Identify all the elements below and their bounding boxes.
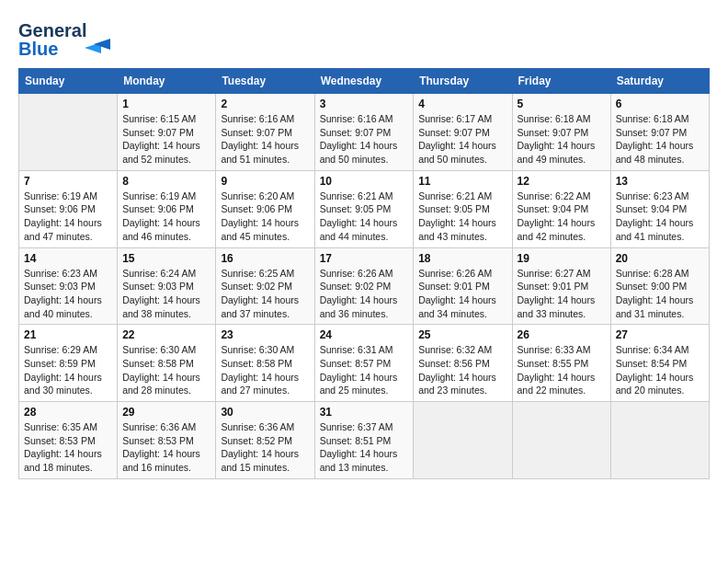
calendar-cell: 4Sunrise: 6:17 AM Sunset: 9:07 PM Daylig… (414, 94, 512, 171)
day-info: Sunrise: 6:23 AM Sunset: 9:04 PM Dayligh… (616, 190, 704, 244)
week-row-3: 14Sunrise: 6:23 AM Sunset: 9:03 PM Dayli… (19, 247, 710, 325)
day-number: 2 (221, 98, 309, 110)
calendar-cell: 16Sunrise: 6:25 AM Sunset: 9:02 PM Dayli… (216, 247, 314, 325)
calendar-cell: 11Sunrise: 6:21 AM Sunset: 9:05 PM Dayli… (414, 170, 512, 247)
day-number: 18 (418, 252, 506, 265)
calendar-cell: 14Sunrise: 6:23 AM Sunset: 9:03 PM Dayli… (19, 247, 118, 325)
weekday-header-row: SundayMondayTuesdayWednesdayThursdayFrid… (19, 69, 710, 94)
weekday-saturday: Saturday (610, 69, 709, 94)
calendar-cell: 13Sunrise: 6:23 AM Sunset: 9:04 PM Dayli… (610, 170, 709, 247)
day-number: 6 (616, 98, 704, 110)
day-number: 14 (24, 252, 112, 265)
calendar-cell: 18Sunrise: 6:26 AM Sunset: 9:01 PM Dayli… (414, 247, 512, 325)
day-info: Sunrise: 6:23 AM Sunset: 9:03 PM Dayligh… (24, 267, 112, 321)
weekday-friday: Friday (512, 69, 610, 94)
day-info: Sunrise: 6:22 AM Sunset: 9:04 PM Dayligh… (518, 190, 606, 244)
calendar-cell: 6Sunrise: 6:18 AM Sunset: 9:07 PM Daylig… (610, 94, 709, 171)
day-number: 28 (24, 406, 112, 419)
logo: General Blue (18, 15, 119, 61)
day-number: 26 (518, 328, 606, 341)
calendar-cell: 7Sunrise: 6:19 AM Sunset: 9:06 PM Daylig… (19, 170, 118, 247)
day-number: 23 (221, 328, 309, 341)
calendar-cell: 5Sunrise: 6:18 AM Sunset: 9:07 PM Daylig… (512, 94, 610, 171)
day-number: 1 (122, 98, 210, 110)
week-row-4: 21Sunrise: 6:29 AM Sunset: 8:59 PM Dayli… (19, 325, 710, 402)
day-number: 12 (518, 175, 606, 188)
day-info: Sunrise: 6:17 AM Sunset: 9:07 PM Dayligh… (418, 112, 506, 167)
calendar-cell: 2Sunrise: 6:16 AM Sunset: 9:07 PM Daylig… (216, 94, 314, 171)
day-info: Sunrise: 6:16 AM Sunset: 9:07 PM Dayligh… (221, 112, 309, 167)
day-info: Sunrise: 6:31 AM Sunset: 8:57 PM Dayligh… (320, 343, 409, 397)
calendar-cell: 9Sunrise: 6:20 AM Sunset: 9:06 PM Daylig… (216, 170, 314, 247)
day-info: Sunrise: 6:20 AM Sunset: 9:06 PM Dayligh… (221, 190, 309, 244)
calendar-cell: 3Sunrise: 6:16 AM Sunset: 9:07 PM Daylig… (314, 94, 414, 171)
calendar-cell: 22Sunrise: 6:30 AM Sunset: 8:58 PM Dayli… (118, 325, 216, 402)
svg-text:General: General (18, 20, 86, 40)
day-number: 31 (320, 406, 409, 419)
calendar-cell: 20Sunrise: 6:28 AM Sunset: 9:00 PM Dayli… (610, 247, 709, 325)
day-info: Sunrise: 6:21 AM Sunset: 9:05 PM Dayligh… (320, 190, 409, 244)
day-info: Sunrise: 6:36 AM Sunset: 8:53 PM Dayligh… (122, 420, 210, 475)
day-number: 8 (122, 175, 210, 188)
day-info: Sunrise: 6:32 AM Sunset: 8:56 PM Dayligh… (418, 343, 506, 397)
day-info: Sunrise: 6:19 AM Sunset: 9:06 PM Dayligh… (24, 190, 112, 244)
day-info: Sunrise: 6:30 AM Sunset: 8:58 PM Dayligh… (221, 343, 309, 397)
calendar-cell: 28Sunrise: 6:35 AM Sunset: 8:53 PM Dayli… (19, 402, 118, 479)
day-number: 27 (616, 328, 704, 341)
day-number: 3 (320, 98, 409, 110)
day-info: Sunrise: 6:28 AM Sunset: 9:00 PM Dayligh… (616, 267, 704, 321)
calendar-cell (414, 402, 512, 479)
day-number: 9 (221, 175, 309, 188)
svg-text:Blue: Blue (18, 39, 58, 59)
day-number: 4 (418, 98, 506, 110)
day-number: 25 (418, 328, 506, 341)
calendar-cell (512, 402, 610, 479)
calendar-cell: 24Sunrise: 6:31 AM Sunset: 8:57 PM Dayli… (314, 325, 414, 402)
calendar-cell: 30Sunrise: 6:36 AM Sunset: 8:52 PM Dayli… (216, 402, 314, 479)
weekday-tuesday: Tuesday (216, 69, 314, 94)
calendar-cell: 21Sunrise: 6:29 AM Sunset: 8:59 PM Dayli… (19, 325, 118, 402)
day-info: Sunrise: 6:35 AM Sunset: 8:53 PM Dayligh… (24, 420, 112, 475)
day-number: 16 (221, 252, 309, 265)
day-info: Sunrise: 6:37 AM Sunset: 8:51 PM Dayligh… (320, 420, 409, 475)
calendar-cell: 1Sunrise: 6:15 AM Sunset: 9:07 PM Daylig… (118, 94, 216, 171)
week-row-2: 7Sunrise: 6:19 AM Sunset: 9:06 PM Daylig… (19, 170, 710, 247)
day-number: 10 (320, 175, 409, 188)
day-info: Sunrise: 6:26 AM Sunset: 9:02 PM Dayligh… (320, 267, 409, 321)
day-number: 21 (24, 328, 112, 341)
day-number: 20 (616, 252, 704, 265)
day-info: Sunrise: 6:15 AM Sunset: 9:07 PM Dayligh… (122, 112, 210, 167)
day-info: Sunrise: 6:36 AM Sunset: 8:52 PM Dayligh… (221, 420, 309, 475)
day-info: Sunrise: 6:19 AM Sunset: 9:06 PM Dayligh… (122, 190, 210, 244)
calendar-cell (19, 94, 118, 171)
week-row-5: 28Sunrise: 6:35 AM Sunset: 8:53 PM Dayli… (19, 402, 710, 479)
day-number: 13 (616, 175, 704, 188)
day-info: Sunrise: 6:33 AM Sunset: 8:55 PM Dayligh… (518, 343, 606, 397)
weekday-monday: Monday (118, 69, 216, 94)
calendar-cell (610, 402, 709, 479)
day-info: Sunrise: 6:21 AM Sunset: 9:05 PM Dayligh… (418, 190, 506, 244)
week-row-1: 1Sunrise: 6:15 AM Sunset: 9:07 PM Daylig… (19, 94, 710, 171)
day-info: Sunrise: 6:30 AM Sunset: 8:58 PM Dayligh… (122, 343, 210, 397)
day-number: 24 (320, 328, 409, 341)
day-info: Sunrise: 6:16 AM Sunset: 9:07 PM Dayligh… (320, 112, 409, 167)
calendar-cell: 15Sunrise: 6:24 AM Sunset: 9:03 PM Dayli… (118, 247, 216, 325)
day-info: Sunrise: 6:29 AM Sunset: 8:59 PM Dayligh… (24, 343, 112, 397)
weekday-wednesday: Wednesday (314, 69, 414, 94)
day-number: 29 (122, 406, 210, 419)
day-info: Sunrise: 6:24 AM Sunset: 9:03 PM Dayligh… (122, 267, 210, 321)
day-number: 7 (24, 175, 112, 188)
page-header: General Blue (18, 15, 710, 61)
weekday-sunday: Sunday (19, 69, 118, 94)
weekday-thursday: Thursday (414, 69, 512, 94)
calendar-cell: 17Sunrise: 6:26 AM Sunset: 9:02 PM Dayli… (314, 247, 414, 325)
day-number: 5 (518, 98, 606, 110)
day-number: 30 (221, 406, 309, 419)
day-info: Sunrise: 6:18 AM Sunset: 9:07 PM Dayligh… (518, 112, 606, 167)
day-number: 19 (518, 252, 606, 265)
calendar-cell: 27Sunrise: 6:34 AM Sunset: 8:54 PM Dayli… (610, 325, 709, 402)
calendar-cell: 25Sunrise: 6:32 AM Sunset: 8:56 PM Dayli… (414, 325, 512, 402)
day-number: 11 (418, 175, 506, 188)
day-number: 22 (122, 328, 210, 341)
day-number: 15 (122, 252, 210, 265)
